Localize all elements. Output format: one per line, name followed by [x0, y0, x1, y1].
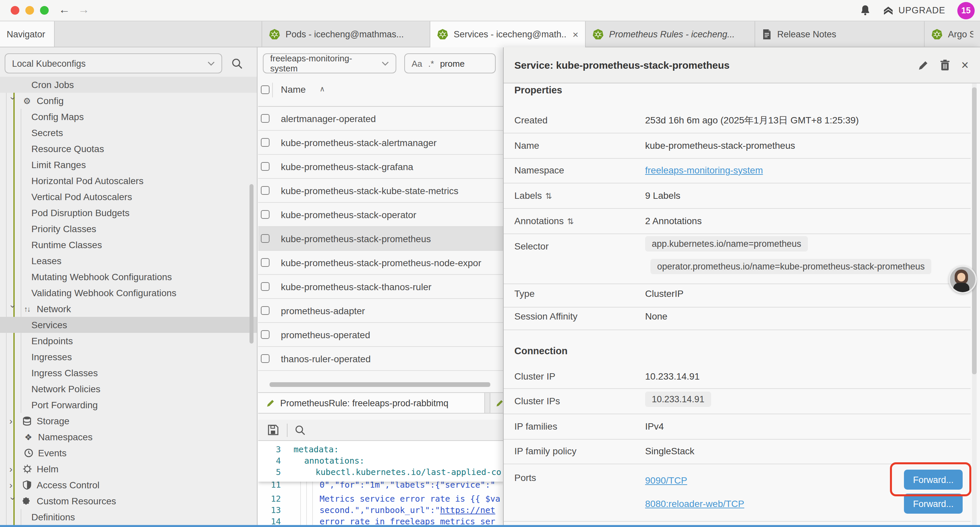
sidebar-item-validating-webhook-configurations[interactable]: Validating Webhook Configurations: [0, 285, 258, 301]
yaml-editor[interactable]: 11 0","for":"1m","labels":{"service":" 1…: [258, 441, 504, 527]
row-checkbox[interactable]: [261, 306, 269, 315]
close-tab-icon[interactable]: ×: [573, 29, 578, 39]
chevron-right-icon[interactable]: ›: [10, 481, 18, 489]
tab-argo[interactable]: Argo Se: [924, 21, 980, 47]
selector-chip: operator.prometheus.io/name=kube-prometh…: [651, 259, 931, 274]
chevron-right-icon[interactable]: ›: [10, 465, 18, 473]
row-checkbox[interactable]: [261, 162, 269, 171]
select-all-checkbox[interactable]: [261, 85, 269, 94]
sidebar-item-secrets[interactable]: Secrets: [0, 125, 258, 141]
sidebar-item-config-maps[interactable]: Config Maps: [0, 109, 258, 125]
match-case-toggle[interactable]: Aa: [412, 58, 422, 68]
close-drawer-icon[interactable]: ×: [961, 59, 969, 72]
regex-toggle[interactable]: .*: [428, 58, 434, 68]
zoom-window-button[interactable]: [40, 6, 49, 15]
sort-updown-icon[interactable]: ⇅: [546, 191, 552, 201]
sidebar-item-cron-jobs[interactable]: Cron Jobs: [0, 77, 258, 93]
table-row[interactable]: kube-prometheus-stack-prometheus-node-ex…: [258, 251, 504, 275]
tab-pods[interactable]: Pods - icecheng@mathmas...: [261, 21, 430, 47]
delete-trash-icon[interactable]: [940, 59, 950, 71]
sidebar-item-ingresses[interactable]: Ingresses: [0, 349, 258, 365]
sidebar-item-network-policies[interactable]: Network Policies: [0, 381, 258, 397]
sidebar-group-helm[interactable]: › Helm: [0, 461, 258, 477]
edit-pencil-icon[interactable]: [918, 60, 929, 70]
row-checkbox[interactable]: [261, 138, 269, 147]
editor-search-icon[interactable]: [295, 425, 305, 435]
sidebar-item-limit-ranges[interactable]: Limit Ranges: [0, 157, 258, 173]
row-checkbox[interactable]: [261, 258, 269, 267]
row-checkbox[interactable]: [261, 330, 269, 339]
sort-ascending-icon[interactable]: ∧: [320, 85, 325, 93]
table-row[interactable]: thanos-ruler-operated: [258, 347, 504, 371]
forward-icon[interactable]: →: [78, 3, 89, 18]
sidebar-item-leases[interactable]: Leases: [0, 253, 258, 269]
sidebar-item-endpoints[interactable]: Endpoints: [0, 333, 258, 349]
table-row[interactable]: prometheus-adapter: [258, 299, 504, 323]
row-checkbox[interactable]: [261, 210, 269, 219]
back-icon[interactable]: ←: [59, 3, 70, 18]
forward-port-button[interactable]: Forward...: [904, 494, 963, 514]
drawer-scrollbar[interactable]: [972, 88, 977, 374]
table-row[interactable]: kube-prometheus-stack-thanos-ruler: [258, 275, 504, 299]
chevron-down-icon[interactable]: ›: [10, 305, 18, 313]
table-row[interactable]: kube-prometheus-stack-kube-state-metrics: [258, 179, 504, 203]
sidebar-item-mutating-webhook-configurations[interactable]: Mutating Webhook Configurations: [0, 269, 258, 285]
sidebar-item-ingress-classes[interactable]: Ingress Classes: [0, 365, 258, 381]
sidebar-group-config[interactable]: › ⚙ Config: [0, 93, 258, 109]
sidebar-item-horizontal-pod-autoscalers[interactable]: Horizontal Pod Autoscalers: [0, 173, 258, 189]
kubeconfig-selector[interactable]: Local Kubeconfigs: [5, 53, 222, 73]
sidebar-item-pod-disruption-budgets[interactable]: Pod Disruption Budgets: [0, 205, 258, 221]
table-row[interactable]: alertmanager-operated: [258, 107, 504, 131]
tab-prometheus-rules[interactable]: Prometheus Rules - icecheng...: [586, 21, 755, 47]
table-row[interactable]: kube-prometheus-stack-alertmanager: [258, 131, 504, 155]
chevron-down-icon[interactable]: ›: [10, 497, 18, 505]
sort-updown-icon[interactable]: ⇅: [567, 217, 574, 226]
search-icon[interactable]: [231, 58, 243, 69]
editor-tab-partial[interactable]: [490, 393, 504, 413]
chevron-right-icon[interactable]: ›: [10, 417, 18, 425]
namespace-selector[interactable]: freeleaps-monitoring-system: [263, 53, 396, 73]
sidebar-item-definitions[interactable]: Definitions: [0, 509, 258, 525]
sidebar-item-port-forwarding[interactable]: Port Forwarding: [0, 397, 258, 413]
notifications-bell-icon[interactable]: [859, 5, 870, 16]
editor-tab-prometheusrule[interactable]: PrometheusRule: freeleaps-prod-rabbitmq: [258, 393, 485, 413]
port-link-9090[interactable]: 9090/TCP: [645, 475, 687, 486]
tab-navigator[interactable]: Navigator: [0, 21, 55, 47]
avatar[interactable]: [949, 266, 977, 293]
namespace-link[interactable]: freeleaps-monitoring-system: [645, 165, 763, 175]
table-row[interactable]: kube-prometheus-stack-grafana: [258, 155, 504, 179]
notification-count-badge[interactable]: 15: [957, 2, 975, 19]
table-row-selected[interactable]: kube-prometheus-stack-prometheus: [258, 227, 504, 251]
navigator-scrollbar[interactable]: [250, 184, 253, 344]
sidebar-group-access-control[interactable]: › Access Control: [0, 477, 258, 493]
row-checkbox[interactable]: [261, 282, 269, 291]
sidebar-item-vertical-pod-autoscalers[interactable]: Vertical Pod Autoscalers: [0, 189, 258, 205]
sidebar-group-storage[interactable]: › Storage: [0, 413, 258, 429]
sidebar-item-services[interactable]: Services: [0, 317, 258, 333]
chevron-down-icon[interactable]: ›: [10, 97, 18, 105]
minimize-window-button[interactable]: [25, 6, 34, 15]
table-row[interactable]: kube-prometheus-stack-operator: [258, 203, 504, 227]
row-checkbox[interactable]: [261, 186, 269, 195]
row-checkbox[interactable]: [261, 114, 269, 123]
code-link[interactable]: https://net: [440, 505, 495, 515]
column-header-name[interactable]: Name: [281, 84, 306, 95]
filter-input[interactable]: Aa .* prome: [404, 53, 496, 73]
close-window-button[interactable]: [11, 6, 19, 15]
tab-services[interactable]: Services - icecheng@math... ×: [430, 21, 586, 47]
sidebar-item-resource-quotas[interactable]: Resource Quotas: [0, 141, 258, 157]
table-row[interactable]: prometheus-operated: [258, 323, 504, 347]
port-link-8080[interactable]: 8080:reloader-web/TCP: [645, 498, 744, 509]
sidebar-group-network[interactable]: › ↑↓ Network: [0, 301, 258, 317]
tab-release-notes[interactable]: Release Notes: [755, 21, 924, 47]
save-icon[interactable]: [267, 424, 279, 436]
horizontal-scrollbar[interactable]: [269, 382, 490, 387]
sidebar-group-custom-resources[interactable]: › Custom Resources: [0, 493, 258, 509]
row-checkbox[interactable]: [261, 354, 269, 363]
sidebar-item-runtime-classes[interactable]: Runtime Classes: [0, 237, 258, 253]
sidebar-item-events[interactable]: Events: [0, 445, 258, 461]
sidebar-item-priority-classes[interactable]: Priority Classes: [0, 221, 258, 237]
row-checkbox[interactable]: [261, 234, 269, 243]
upgrade-button[interactable]: UPGRADE: [882, 5, 945, 16]
sidebar-item-namespaces[interactable]: ❖ Namespaces: [0, 429, 258, 445]
